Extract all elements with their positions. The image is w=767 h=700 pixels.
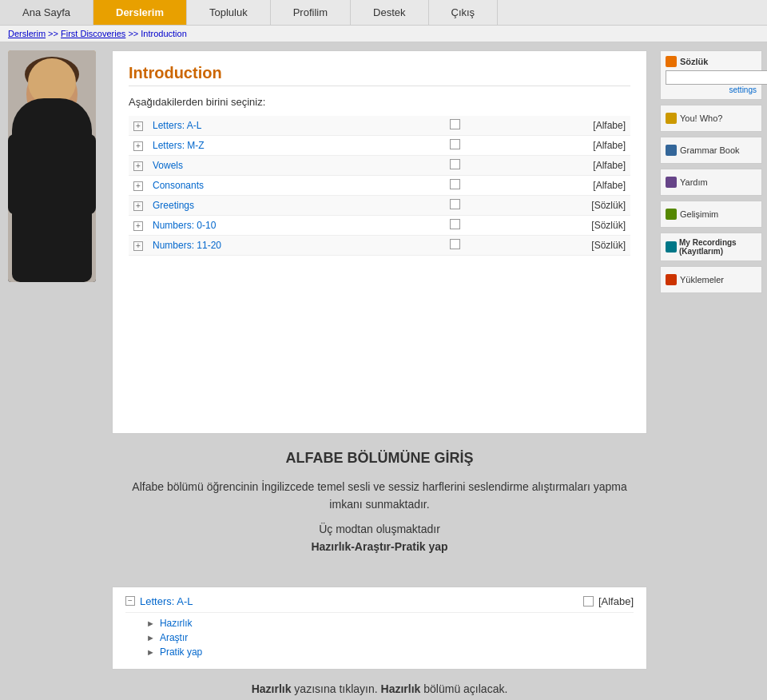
nav-profilim[interactable]: Profilim <box>271 0 351 25</box>
nav-ana-sayfa[interactable]: Ana Sayfa <box>0 0 93 25</box>
nav-topluluk[interactable]: Topluluk <box>187 0 271 25</box>
expand-icon[interactable]: + <box>133 221 143 231</box>
page-title: Introduction <box>129 64 630 86</box>
nav-destek[interactable]: Destek <box>351 0 428 25</box>
sub-item-0[interactable]: ►Hazırlık <box>146 618 634 629</box>
lesson-checkbox-numbers-11-20[interactable] <box>450 239 460 249</box>
select-prompt: Aşağıdakilerden birini seçiniz: <box>129 96 630 108</box>
sub-arrow: ► <box>146 647 155 657</box>
table-row: + Letters: M-Z [Alfabe] <box>129 136 630 156</box>
expand-icon[interactable]: + <box>133 161 143 171</box>
sub-items: ►Hazırlık►Araştır►Pratik yap <box>125 618 634 658</box>
table-row: + Letters: A-L [Alfabe] <box>129 116 630 136</box>
expand-icon[interactable]: + <box>133 121 143 131</box>
expanded-checkbox[interactable] <box>583 596 594 607</box>
left-avatar-panel <box>0 42 104 700</box>
grammar-icon <box>666 145 677 156</box>
table-row: + Consonants [Alfabe] <box>129 176 630 196</box>
center-content: Introduction Aşağıdakilerden birini seçi… <box>104 42 655 700</box>
sozluk-settings-link[interactable]: settings <box>666 86 757 94</box>
sozluk-search-input[interactable] <box>666 70 767 85</box>
who-link[interactable]: You! Who? <box>666 110 757 126</box>
collapse-icon[interactable]: − <box>125 596 135 606</box>
lesson-link-letters-al[interactable]: Letters: A-L <box>153 120 440 131</box>
sozluk-widget: Sözlük GO settings <box>660 50 762 100</box>
breadcrumb: Derslerim >> First Discoveries >> Introd… <box>0 26 767 42</box>
sub-item-1[interactable]: ►Araştır <box>146 632 634 643</box>
breadcrumb-derslerim[interactable]: Derslerim <box>8 29 46 38</box>
yardim-icon <box>666 177 677 188</box>
breadcrumb-first-discoveries[interactable]: First Discoveries <box>61 29 125 38</box>
yuklemeler-icon <box>666 274 677 285</box>
lesson-tag-vowels: [Alfabe] <box>465 156 630 176</box>
recordings-title[interactable]: My Recordings (Kayıtlarım) <box>666 238 757 256</box>
description-bold: Hazırlık-Araştır-Pratik yap <box>311 540 447 553</box>
description-paragraph2: Üç modtan oluşmaktadır Hazırlık-Araştır-… <box>120 520 639 556</box>
final-hazirlik-bold: Hazırlık <box>252 682 292 695</box>
expanded-lesson-link[interactable]: Letters: A-L <box>140 595 193 607</box>
lesson-checkbox-numbers-0-10[interactable] <box>450 219 460 229</box>
table-row: + Numbers: 11-20 [Sözlük] <box>129 236 630 256</box>
who-icon <box>666 113 677 124</box>
yuklemeler-link[interactable]: Yüklemeler <box>666 272 757 288</box>
expand-icon[interactable]: + <box>133 181 143 191</box>
expand-icon[interactable]: + <box>133 201 143 211</box>
lesson-checkbox-consonants[interactable] <box>450 179 460 189</box>
sub-arrow: ► <box>146 633 155 642</box>
sub-item-2[interactable]: ►Pratik yap <box>146 646 634 658</box>
svg-rect-8 <box>80 134 96 214</box>
lesson-tag-greetings: [Sözlük] <box>465 196 630 216</box>
sozluk-icon <box>666 56 677 67</box>
lesson-tag-numbers-11-20: [Sözlük] <box>465 236 630 256</box>
sozluk-search-row: GO <box>666 70 757 85</box>
lesson-checkbox-letters-al[interactable] <box>450 119 460 129</box>
final-mid: yazısına tıklayın. <box>291 682 380 695</box>
avatar <box>8 50 96 282</box>
grammar-label: Grammar Book <box>680 145 740 155</box>
lesson-link-numbers-11-20[interactable]: Numbers: 11-20 <box>153 240 440 251</box>
sub-item-label: Hazırlık <box>160 618 193 629</box>
recordings-widget: My Recordings (Kayıtlarım) <box>660 233 762 261</box>
breadcrumb-current: Introduction <box>141 29 186 38</box>
lesson-checkbox-vowels[interactable] <box>450 159 460 169</box>
nav-derslerim[interactable]: Derslerim <box>93 0 187 25</box>
grammar-link[interactable]: Grammar Book <box>666 142 757 158</box>
expanded-lesson-tag: [Alfabe] <box>598 595 634 607</box>
expanded-lesson-box: − Letters: A-L [Alfabe] ►Hazırlık►Araştı… <box>112 587 647 670</box>
lesson-link-consonants[interactable]: Consonants <box>153 180 440 191</box>
main-wrapper: Introduction Aşağıdakilerden birini seçi… <box>0 42 767 700</box>
expand-icon[interactable]: + <box>133 241 143 251</box>
expanded-lesson-row: − Letters: A-L [Alfabe] <box>125 595 634 613</box>
gelisimim-icon <box>666 209 677 220</box>
right-sidebar: Sözlük GO settings You! Who? Grammar Boo… <box>655 42 767 700</box>
svg-rect-4 <box>42 130 62 178</box>
lesson-link-letters-mz[interactable]: Letters: M-Z <box>153 140 440 151</box>
svg-point-5 <box>41 93 47 100</box>
lesson-checkbox-letters-mz[interactable] <box>450 139 460 149</box>
svg-rect-3 <box>12 130 92 282</box>
final-bold2: Hazırlık <box>381 682 421 695</box>
yardim-widget: Yardım <box>660 169 762 196</box>
who-widget: You! Who? <box>660 105 762 132</box>
nav-cikis[interactable]: Çıkış <box>429 0 499 25</box>
description-pre: Üç modtan oluşmaktadır <box>319 523 440 535</box>
lesson-table: + Letters: A-L [Alfabe] + Letters: M-Z [… <box>129 116 630 256</box>
svg-point-6 <box>57 93 63 100</box>
lesson-link-greetings[interactable]: Greetings <box>153 200 440 211</box>
lesson-link-numbers-0-10[interactable]: Numbers: 0-10 <box>153 220 440 231</box>
yardim-link[interactable]: Yardım <box>666 174 757 190</box>
yardim-label: Yardım <box>680 177 708 187</box>
gelisimim-widget: Gelişimim <box>660 201 762 228</box>
lesson-tag-letters-al: [Alfabe] <box>465 116 630 136</box>
gelisimim-link[interactable]: Gelişimim <box>666 206 757 222</box>
svg-rect-7 <box>8 134 24 214</box>
grammar-widget: Grammar Book <box>660 137 762 164</box>
sub-arrow: ► <box>146 618 155 628</box>
table-row: + Numbers: 0-10 [Sözlük] <box>129 216 630 236</box>
expand-icon[interactable]: + <box>133 141 143 151</box>
lesson-tag-numbers-0-10: [Sözlük] <box>465 216 630 236</box>
lesson-checkbox-greetings[interactable] <box>450 199 460 209</box>
lesson-tag-letters-mz: [Alfabe] <box>465 136 630 156</box>
lesson-link-vowels[interactable]: Vowels <box>153 160 440 171</box>
description-paragraph1: Alfabe bölümü öğrencinin İngilizcede tem… <box>120 478 639 514</box>
